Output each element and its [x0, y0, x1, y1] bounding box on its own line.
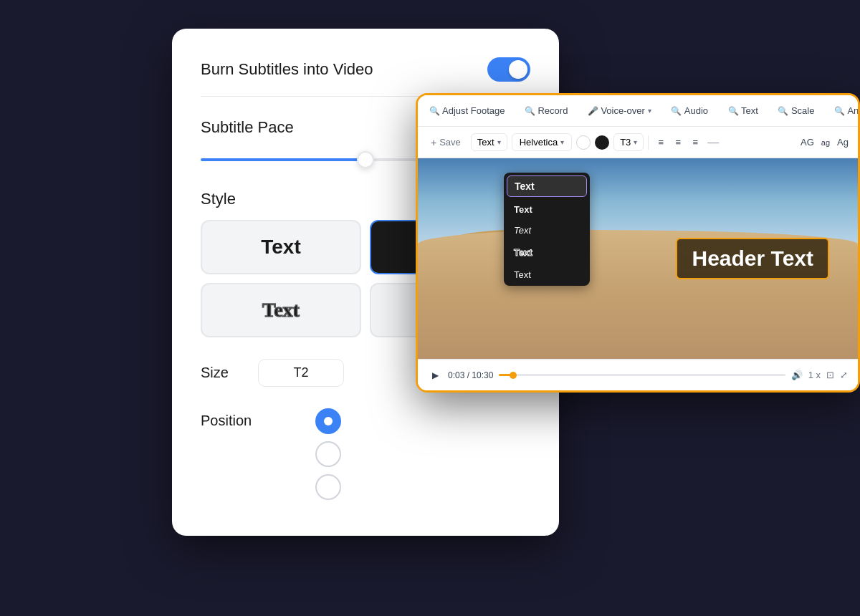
- toolbar-voice-over[interactable]: 🎤 Voice-over ▾: [582, 102, 656, 119]
- text-style-option-italic[interactable]: Text: [504, 219, 590, 241]
- slider-thumb[interactable]: [357, 151, 374, 168]
- animation-search-icon: 🔍: [834, 106, 844, 116]
- header-text-content: Header Text: [692, 246, 813, 270]
- scale-label: Scale: [791, 105, 815, 116]
- time-display: 0:03 / 10:30: [448, 370, 493, 380]
- text-label: Text: [741, 105, 758, 116]
- align-center[interactable]: ≡: [670, 135, 686, 150]
- record-label: Record: [538, 105, 568, 116]
- t3-select[interactable]: T3: [613, 133, 644, 151]
- align-buttons: ≡ ≡ ≡: [653, 135, 703, 150]
- audio-search-icon: 🔍: [672, 106, 682, 116]
- style-btn-outline[interactable]: Text: [201, 283, 361, 337]
- font-name-label: Helvetica: [520, 137, 558, 148]
- align-left[interactable]: ≡: [653, 135, 669, 150]
- mic-icon: 🎤: [588, 106, 598, 116]
- format-toolbar: Save Text Helvetica T3 ≡ ≡ ≡ — AG ag Ag: [418, 127, 858, 158]
- adjust-footage-label: Adjust Footage: [442, 105, 505, 116]
- toolbar-scale[interactable]: 🔍 Scale: [773, 102, 821, 119]
- size-select[interactable]: T2: [258, 359, 344, 387]
- t3-label: T3: [620, 137, 631, 148]
- save-label: Save: [439, 137, 461, 148]
- volume-icon[interactable]: 🔊: [791, 370, 803, 380]
- position-row: Position: [201, 408, 530, 500]
- progress-bar[interactable]: [499, 374, 785, 376]
- toolbar-animation[interactable]: 🔍 Animation: [828, 102, 858, 119]
- progress-thumb[interactable]: [510, 372, 517, 379]
- text-style-option-plain[interactable]: Text: [507, 175, 587, 197]
- toolbar-audio[interactable]: 🔍 Audio: [666, 102, 714, 119]
- color-black[interactable]: [595, 135, 609, 150]
- burn-subtitles-toggle[interactable]: [487, 57, 530, 82]
- font-type-select[interactable]: Text: [471, 133, 507, 151]
- position-label: Position: [201, 408, 258, 429]
- style-btn-plain[interactable]: Text: [201, 220, 361, 274]
- toolbar-text[interactable]: 🔍 Text: [722, 102, 764, 119]
- slider-fill: [201, 158, 366, 161]
- voice-over-label: Voice-over: [601, 105, 644, 116]
- font-type-label: Text: [477, 137, 494, 148]
- align-right[interactable]: ≡: [687, 135, 703, 150]
- video-area: Text Text Text Text Text Header Text: [418, 158, 858, 359]
- control-icons: 🔊 1 x ⊡ ⤢: [791, 370, 848, 380]
- animation-label: Animation: [847, 105, 858, 116]
- text-style-option-light[interactable]: Text: [504, 264, 590, 286]
- speed-label[interactable]: 1 x: [808, 370, 821, 380]
- position-bottom[interactable]: [315, 474, 341, 500]
- audio-label: Audio: [684, 105, 708, 116]
- save-button[interactable]: Save: [425, 134, 467, 151]
- position-top[interactable]: [315, 408, 341, 434]
- text-style-option-outlined[interactable]: Text: [504, 241, 590, 264]
- text-style-dropdown: Text Text Text Text Text: [504, 173, 590, 286]
- video-controls: 0:03 / 10:30 🔊 1 x ⊡ ⤢: [418, 359, 858, 390]
- right-panel: 🔍 Adjust Footage 🔍 Record 🎤 Voice-over ▾…: [416, 93, 860, 393]
- size-label: Size: [201, 365, 258, 381]
- toolbar-record[interactable]: 🔍 Record: [519, 102, 573, 119]
- toolbar-adjust-footage[interactable]: 🔍 Adjust Footage: [424, 102, 510, 119]
- position-middle[interactable]: [315, 441, 341, 467]
- case-buttons: AG ag Ag: [798, 135, 851, 149]
- dash-separator: —: [707, 136, 719, 149]
- scale-search-icon: 🔍: [778, 106, 788, 116]
- case-uppercase[interactable]: AG: [798, 135, 816, 149]
- main-toolbar: 🔍 Adjust Footage 🔍 Record 🎤 Voice-over ▾…: [418, 95, 858, 127]
- caption-icon[interactable]: ⊡: [826, 370, 834, 380]
- text-style-option-bold[interactable]: Text: [504, 200, 590, 219]
- case-lowercase[interactable]: ag: [819, 137, 832, 148]
- fullscreen-icon[interactable]: ⤢: [840, 370, 848, 380]
- header-text-overlay[interactable]: Header Text: [676, 238, 829, 279]
- text-search-icon: 🔍: [728, 106, 738, 116]
- color-white[interactable]: [576, 135, 591, 150]
- case-titlecase[interactable]: Ag: [835, 135, 851, 149]
- format-divider-1: [648, 135, 649, 150]
- record-search-icon: 🔍: [525, 106, 535, 116]
- play-button[interactable]: [428, 368, 442, 382]
- voice-over-chevron: ▾: [648, 107, 651, 115]
- burn-subtitles-row: Burn Subtitles into Video: [201, 57, 530, 82]
- font-name-select[interactable]: Helvetica: [512, 133, 572, 151]
- search-icon: 🔍: [429, 106, 439, 116]
- position-buttons: [315, 408, 341, 500]
- burn-subtitles-label: Burn Subtitles into Video: [201, 60, 373, 79]
